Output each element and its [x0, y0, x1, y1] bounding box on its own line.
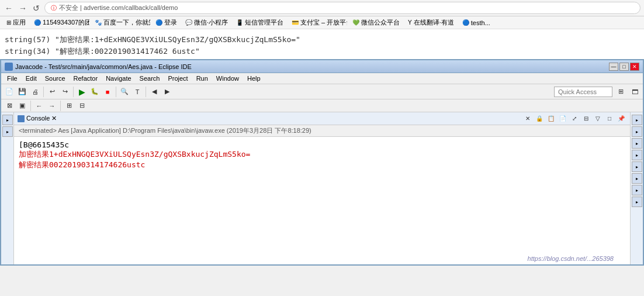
toolbar-right: ⊞ 🗖 [554, 86, 640, 98]
console-maximize[interactable]: □ [604, 114, 615, 123]
output-line2: string(34) "解密结果:0022019031417462 6ustc" [5, 46, 639, 57]
strip-btn-2[interactable]: ▸ [2, 126, 13, 137]
tb-search[interactable]: 🔍 [119, 86, 130, 98]
quick-access-input[interactable] [554, 87, 612, 97]
right-strip-btn-1[interactable]: ▸ [632, 115, 642, 125]
right-strip-btn-4[interactable]: ▸ [632, 150, 642, 160]
console-terminated: <terminated> Aes [Java Application] D:\P… [14, 125, 630, 137]
baidu-icon: 🐾 [95, 19, 102, 26]
tb-redo[interactable]: ↪ [59, 86, 71, 98]
menu-file[interactable]: File [4, 74, 21, 82]
tb-new[interactable]: 📄 [4, 86, 15, 98]
wechat-icon: 💬 [185, 19, 192, 26]
right-strip-btn-8[interactable]: ▸ [632, 197, 642, 207]
sms-icon: 📱 [236, 19, 243, 26]
right-strip-btn-3[interactable]: ▸ [632, 138, 642, 149]
console-copy[interactable]: 📋 [546, 114, 556, 123]
tb-separator-3 [116, 87, 116, 97]
bookmark-label-sms: 短信管理平台 [245, 18, 283, 27]
back-button[interactable]: ← [4, 4, 14, 13]
menu-window[interactable]: Window [213, 74, 243, 82]
bookmark-label-alipay: 支付宝 – 开放平台... [300, 18, 347, 27]
eclipse-toolbar2: ⊠ ▣ ← → ⊞ ⊟ [1, 99, 643, 112]
console-scroll-lock[interactable]: 🔒 [534, 114, 545, 123]
maximize-button[interactable]: □ [619, 63, 629, 71]
bookmark-label-wechat-public: 微信公众平台 [361, 18, 400, 27]
bookmark-label-baidu: 百度一下，你就知道 [103, 18, 150, 27]
right-strip: ▸ ▸ ▸ ▸ ▸ ▸ ▸ ▸ [630, 112, 643, 264]
right-strip-btn-2[interactable]: ▸ [632, 126, 642, 137]
tb-stop[interactable]: ■ [102, 86, 113, 98]
menu-help[interactable]: Help [244, 74, 264, 82]
tb-debug[interactable]: 🐛 [89, 86, 101, 98]
console-panel: Console ✕ ✕ 🔒 📋 📄 ⤢ ⊟ ▽ □ 📌 <terminated>… [14, 112, 630, 264]
forward-button[interactable]: → [18, 4, 28, 13]
tb2-fwd[interactable]: → [46, 100, 58, 112]
tb-separator-1 [43, 87, 44, 97]
console-paste[interactable]: 📄 [558, 114, 568, 123]
bookmarks-bar: ⊞ 应用 🔵 1154934307的团... 🐾 百度一下，你就知道 🔵 登录 … [0, 16, 644, 29]
address-bar[interactable]: ⓘ 不安全 | advertise.com/callback/call/demo [44, 2, 640, 14]
perspective-btn[interactable]: ⊞ [615, 86, 626, 98]
bookmark-1[interactable]: 🔵 1154934307的团... [31, 18, 89, 27]
menu-navigate[interactable]: Navigate [102, 74, 134, 82]
menu-search[interactable]: Search [136, 74, 164, 82]
left-strip: ▸ ▸ [1, 112, 14, 264]
tb-run-btn[interactable]: ▶ [76, 86, 88, 98]
bookmark-youdao[interactable]: Y 在线翻译·有道 [405, 18, 457, 27]
bookmark-label-1: 1154934307的团... [43, 18, 89, 27]
menu-source[interactable]: Source [41, 74, 69, 82]
tb-prev[interactable]: ◀ [148, 86, 160, 98]
tb-separator-2 [73, 87, 74, 97]
right-strip-btn-5[interactable]: ▸ [632, 161, 642, 172]
bookmark-baidu[interactable]: 🐾 百度一下，你就知道 [92, 18, 150, 27]
bookmark-label: 应用 [13, 18, 26, 27]
bookmark-test[interactable]: 🔵 testh... [459, 19, 493, 27]
tb-save[interactable]: 💾 [16, 86, 28, 98]
console-tab[interactable]: Console ✕ [18, 115, 57, 122]
menu-edit[interactable]: Edit [22, 74, 40, 82]
right-strip-btn-7[interactable]: ▸ [632, 185, 642, 195]
tb2-btn4[interactable]: ⊟ [76, 100, 88, 112]
bookmark-alipay[interactable]: 💳 支付宝 – 开放平台... [289, 18, 347, 27]
apps-icon: ⊞ [6, 19, 11, 26]
tb2-btn2[interactable]: ▣ [16, 100, 28, 112]
menu-run[interactable]: Run [193, 74, 212, 82]
menu-project[interactable]: Project [164, 74, 191, 82]
bookmark-apps[interactable]: ⊞ 应用 [4, 18, 29, 27]
tb2-btn3[interactable]: ⊞ [63, 100, 75, 112]
console-collapse[interactable]: ⊟ [581, 114, 591, 123]
bookmark-wechat-public[interactable]: 💚 微信公众平台 [349, 18, 403, 27]
console-pin[interactable]: 📌 [616, 114, 626, 123]
menu-refactor[interactable]: Refactor [70, 74, 102, 82]
refresh-button[interactable]: ↺ [32, 4, 41, 13]
url-text: 不安全 | advertise.com/callback/call/demo [59, 4, 178, 12]
tb2-btn1[interactable]: ⊠ [4, 100, 15, 112]
console-header: Console ✕ ✕ 🔒 📋 📄 ⤢ ⊟ ▽ □ 📌 [14, 112, 630, 125]
bookmark-wechat[interactable]: 💬 微信·小程序 [182, 18, 231, 27]
tb-next[interactable]: ▶ [161, 86, 173, 98]
tb-undo[interactable]: ↩ [46, 86, 58, 98]
tb2-sep1 [30, 101, 31, 111]
tb-open-type[interactable]: T [131, 86, 143, 98]
console-minimize[interactable]: ▽ [593, 114, 603, 123]
tb-print[interactable]: 🖨 [29, 86, 41, 98]
minimize-button[interactable]: — [609, 63, 618, 71]
strip-btn-1[interactable]: ▸ [2, 115, 13, 125]
alipay-icon: 💳 [292, 19, 299, 26]
view-btn[interactable]: 🗖 [629, 86, 640, 98]
bookmark-icon-1: 🔵 [34, 19, 41, 26]
right-strip-btn-6[interactable]: ▸ [632, 173, 642, 184]
test-icon: 🔵 [462, 19, 469, 26]
eclipse-window: Javacode - Test/src/main/java/common/Aes… [0, 59, 644, 266]
tb2-back[interactable]: ← [33, 100, 45, 112]
bookmark-login[interactable]: 🔵 登录 [153, 18, 180, 27]
close-button[interactable]: ✕ [630, 63, 639, 71]
console-clear[interactable]: ✕ [522, 114, 533, 123]
bookmark-sms[interactable]: 📱 短信管理平台 [233, 18, 286, 27]
console-output-line2: 加密结果1+dExHNGQE3VXiULSQyEsn3Z/gQXSBxkucjZ… [19, 149, 625, 160]
console-output[interactable]: [B@6615435c 加密结果1+dExHNGQE3VXiULSQyEsn3Z… [14, 137, 630, 264]
eclipse-toolbar: 📄 💾 🖨 ↩ ↪ ▶ 🐛 ■ 🔍 T ◀ ▶ ⊞ 🗖 [1, 84, 643, 99]
console-expand[interactable]: ⤢ [569, 114, 580, 123]
window-controls: — □ ✕ [609, 63, 639, 71]
